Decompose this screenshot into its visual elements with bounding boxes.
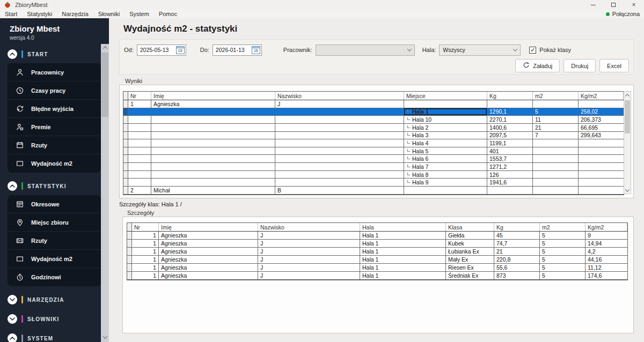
cell-m2[interactable] bbox=[533, 187, 579, 194]
cell[interactable]: 5 bbox=[540, 232, 586, 239]
cell-imie[interactable] bbox=[151, 108, 275, 116]
results-scrollbar[interactable] bbox=[624, 91, 631, 194]
results-row[interactable]: Hala 21400,62166,695 bbox=[123, 124, 624, 132]
cell-kgm2[interactable] bbox=[579, 155, 624, 162]
load-button[interactable]: Załaduj bbox=[515, 59, 560, 72]
cell-nr[interactable]: 2 bbox=[128, 187, 151, 194]
cell-imie[interactable] bbox=[151, 155, 275, 162]
cell-nr[interactable] bbox=[128, 163, 151, 170]
cell-imie[interactable] bbox=[151, 124, 275, 131]
sidebar-item-pracownicy[interactable]: Pracownicy bbox=[8, 63, 101, 81]
cell[interactable]: 4,2 bbox=[586, 248, 627, 255]
cell[interactable]: Średniak Ex bbox=[446, 272, 494, 279]
cell-m2[interactable]: 11 bbox=[533, 116, 579, 123]
sidebar-item-godzinowi[interactable]: Godzinowi bbox=[8, 268, 101, 286]
cell[interactable]: 14,94 bbox=[586, 240, 627, 247]
cell-kgm2[interactable] bbox=[579, 100, 624, 108]
column-header[interactable]: Nazwisko bbox=[275, 92, 404, 100]
cell[interactable]: Mały Ex bbox=[446, 256, 494, 263]
cell-imie[interactable] bbox=[151, 139, 275, 147]
cell-kg[interactable]: 1400,6 bbox=[487, 124, 533, 131]
cell[interactable]: 174,6 bbox=[586, 272, 627, 279]
cell[interactable]: 1 bbox=[132, 232, 159, 239]
cell[interactable]: 11,12 bbox=[586, 264, 627, 271]
cell[interactable]: J bbox=[258, 264, 360, 271]
cell-m2[interactable] bbox=[533, 100, 579, 108]
sidebar-section-statystyki[interactable]: STATYSTYKI bbox=[8, 180, 109, 192]
cell-miejsce[interactable]: Hala 7 bbox=[404, 163, 487, 170]
calendar-icon[interactable]: 15 bbox=[252, 46, 260, 54]
cell-miejsce[interactable]: Hala 6 bbox=[404, 155, 487, 162]
cell[interactable]: 5 bbox=[540, 256, 586, 263]
cell-kg[interactable]: 1553,7 bbox=[487, 155, 533, 162]
column-header[interactable]: Nr bbox=[132, 223, 159, 231]
cell-nazwisko[interactable]: B bbox=[275, 187, 404, 194]
results-row[interactable]: Hala 5401 bbox=[123, 147, 624, 155]
column-header[interactable]: Imię bbox=[159, 223, 258, 231]
cell-nr[interactable] bbox=[128, 124, 151, 131]
cell-kgm2[interactable]: 206,373 bbox=[579, 116, 624, 123]
cell[interactable]: Agnieszka bbox=[159, 272, 258, 279]
cell[interactable]: 873 bbox=[494, 272, 540, 279]
cell[interactable]: Giełda bbox=[446, 232, 494, 239]
cell-m2[interactable]: 5 bbox=[533, 108, 579, 116]
column-header[interactable]: Hala bbox=[360, 223, 446, 231]
results-row[interactable]: Hala 41199,1 bbox=[123, 139, 624, 147]
sidebar-item-rzuty[interactable]: Rzuty bbox=[8, 136, 101, 154]
cell-kg[interactable]: 401 bbox=[487, 147, 533, 155]
cell-nazwisko[interactable] bbox=[275, 147, 404, 155]
cell-m2[interactable]: 21 bbox=[533, 124, 579, 131]
cell[interactable]: Agnieszka bbox=[159, 240, 258, 247]
cell-nazwisko[interactable] bbox=[275, 108, 404, 116]
cell-nazwisko[interactable] bbox=[275, 139, 404, 147]
sidebar-item-miejsc-zbioru[interactable]: Miejsc zbioru bbox=[8, 213, 101, 232]
cell[interactable]: 55,6 bbox=[494, 264, 540, 271]
cell-kgm2[interactable] bbox=[579, 163, 624, 170]
details-row[interactable]: 1AgnieszkaJHala 1Łubianka Ex2154,2 bbox=[127, 248, 627, 256]
cell[interactable]: Agnieszka bbox=[159, 232, 258, 239]
results-row[interactable]: Hala 102270,111206,373 bbox=[123, 116, 624, 124]
cell-miejsce[interactable]: Hala 5 bbox=[404, 147, 487, 155]
cell[interactable]: Hala 1 bbox=[360, 232, 446, 239]
cell-nr[interactable] bbox=[128, 171, 151, 179]
cell-nazwisko[interactable] bbox=[275, 155, 404, 162]
cell-nr[interactable] bbox=[128, 132, 151, 139]
results-row[interactable]: 1AgnieszkaJ bbox=[123, 100, 624, 108]
scroll-up-icon[interactable] bbox=[624, 92, 631, 99]
results-row[interactable]: Hala 61553,7 bbox=[123, 155, 624, 163]
cell-imie[interactable] bbox=[151, 132, 275, 139]
details-row[interactable]: 1AgnieszkaJHala 1Mały Ex220,8544,16 bbox=[127, 256, 627, 264]
cell-nazwisko[interactable] bbox=[275, 171, 404, 179]
hall-select[interactable]: Wszyscy bbox=[439, 44, 521, 56]
cell-m2[interactable] bbox=[533, 171, 579, 179]
cell[interactable]: 9 bbox=[586, 232, 627, 239]
column-header[interactable]: Kg/m2 bbox=[579, 92, 624, 100]
excel-button[interactable]: Excel bbox=[599, 59, 629, 72]
cell-imie[interactable] bbox=[151, 179, 275, 186]
menu-item-pomoc[interactable]: Pomoc bbox=[154, 10, 182, 18]
cell-imie[interactable] bbox=[151, 147, 275, 155]
cell-kg[interactable]: 2097,5 bbox=[487, 132, 533, 139]
cell-kgm2[interactable] bbox=[579, 147, 624, 155]
sidebar-section-start[interactable]: START bbox=[8, 48, 109, 60]
cell-nazwisko[interactable]: J bbox=[275, 100, 404, 108]
cell[interactable]: 1 bbox=[132, 264, 159, 271]
cell-kg[interactable]: 2270,1 bbox=[487, 116, 533, 123]
cell-nazwisko[interactable] bbox=[275, 163, 404, 170]
cell[interactable]: 5 bbox=[540, 248, 586, 255]
sidebar-section-system[interactable]: SYSTEM bbox=[8, 332, 109, 342]
cell[interactable]: J bbox=[258, 256, 360, 263]
cell[interactable]: Agnieszka bbox=[159, 256, 258, 263]
cell[interactable]: 1 bbox=[132, 240, 159, 247]
cell-imie[interactable] bbox=[151, 163, 275, 170]
show-classes-checkbox[interactable]: Pokaż klasy bbox=[529, 47, 571, 54]
cell-kgm2[interactable]: 258,02 bbox=[579, 108, 624, 116]
results-row[interactable]: 2MichałB bbox=[123, 187, 624, 195]
cell-kg[interactable] bbox=[487, 100, 533, 108]
menu-item-narzędzia[interactable]: Narzędzia bbox=[57, 10, 93, 18]
cell[interactable]: 1 bbox=[132, 248, 159, 255]
cell-kgm2[interactable] bbox=[579, 187, 624, 194]
cell[interactable]: Hala 1 bbox=[360, 248, 446, 255]
sidebar-item-błędne-wyjścia[interactable]: Błędne wyjścia bbox=[8, 100, 101, 118]
cell-kg[interactable] bbox=[487, 187, 533, 194]
